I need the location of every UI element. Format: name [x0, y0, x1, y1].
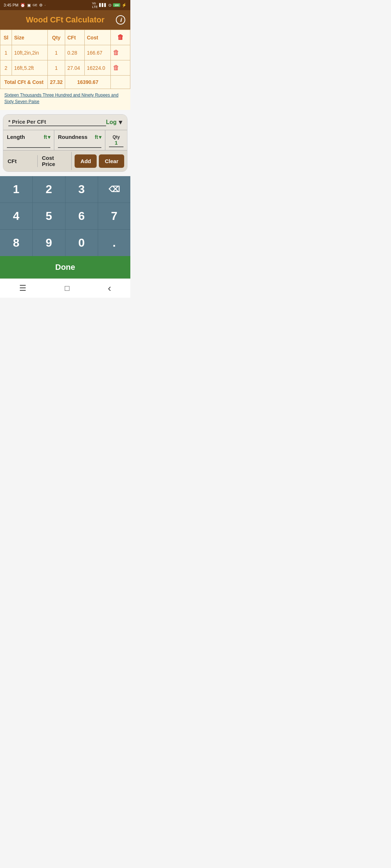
qty-value: 1: [115, 140, 118, 146]
action-buttons: Add Clear: [72, 153, 127, 169]
length-field[interactable]: Length ft ▾: [3, 130, 54, 150]
dimensions-row: Length ft ▾ Roundness ft ▾ Qty 1: [3, 130, 127, 150]
sim-icon: ▣: [27, 3, 31, 8]
total-cost: 16390.67: [65, 76, 111, 89]
roundness-input-line: [58, 141, 101, 148]
total-empty: [111, 76, 130, 89]
delete-row-button[interactable]: 🗑: [113, 64, 119, 72]
ge-icon: GE: [33, 3, 37, 7]
cft-cell[interactable]: CFt: [3, 155, 38, 167]
roundness-unit-arrow: ▾: [99, 134, 101, 140]
col-cft: CFt: [65, 30, 85, 45]
app-header: Wood CFt Calculator ℹ: [0, 10, 130, 30]
numpad-key-4[interactable]: 4: [0, 203, 33, 229]
qty-label: Qty: [113, 135, 120, 140]
nav-back-icon[interactable]: ‹: [108, 282, 111, 294]
numpad-key-5[interactable]: 5: [33, 203, 65, 229]
log-label: Log: [106, 119, 117, 125]
cell-cost: 16224.0: [85, 60, 111, 76]
table-row: 1 10ft,2in,2in 1 0.28 166.67 🗑: [0, 45, 130, 60]
total-cft: 27.32: [47, 76, 65, 89]
roundness-label: Roundness: [58, 134, 88, 140]
total-label: Total CFt & Cost: [0, 76, 48, 89]
table-header-row: Sl Size Qty CFt Cost 🗑: [0, 30, 130, 45]
numpad-key-6[interactable]: 6: [66, 203, 98, 229]
length-input-line: [7, 141, 50, 148]
settings-icon: ⚙: [39, 3, 43, 8]
input-section: * Price Per CFt Log ▾ Length ft ▾ Roundn…: [3, 114, 127, 172]
cell-qty: 1: [47, 60, 65, 76]
numpad-key-.[interactable]: .: [98, 230, 130, 256]
trash-icon: 🗑: [113, 64, 119, 72]
charging-icon: ⚡: [122, 3, 127, 8]
app-title: Wood CFt Calculator: [26, 15, 104, 25]
roundness-field[interactable]: Roundness ft ▾: [54, 130, 105, 150]
bars-icon: ▋▋▋: [99, 3, 107, 7]
numpad: 123⌫4567890.: [0, 176, 130, 256]
numpad-row: 890.: [0, 230, 130, 256]
cell-cft: 27.04: [65, 60, 85, 76]
cell-cft: 0.28: [65, 45, 85, 60]
col-delete: 🗑: [111, 30, 130, 45]
cell-size: 16ft,5.2ft: [12, 60, 48, 76]
roundness-unit-select[interactable]: ft ▾: [95, 134, 101, 140]
table-row: 2 16ft,5.2ft 1 27.04 16224.0 🗑: [0, 60, 130, 76]
numpad-key-0[interactable]: 0: [66, 230, 98, 256]
log-dropdown[interactable]: Log ▾: [106, 118, 122, 126]
numpad-key-7[interactable]: 7: [98, 203, 130, 229]
nav-bar: ☰ □ ‹: [0, 278, 130, 298]
price-label[interactable]: * Price Per CFt: [8, 119, 106, 126]
add-button[interactable]: Add: [75, 154, 97, 168]
qty-input-line: [109, 146, 123, 147]
cell-delete[interactable]: 🗑: [111, 60, 130, 76]
dropdown-arrow-icon: ▾: [119, 118, 122, 126]
time: 3:45 PM: [4, 3, 18, 7]
numpad-key-1[interactable]: 1: [0, 176, 33, 203]
price-row: * Price Per CFt Log ▾: [3, 115, 127, 130]
numpad-key-2[interactable]: 2: [33, 176, 65, 203]
dot-icon: ·: [45, 3, 46, 7]
col-size: Size: [12, 30, 48, 45]
col-cost: Cost: [85, 30, 111, 45]
cell-qty: 1: [47, 45, 65, 60]
cft-row: CFt Cost Price Add Clear: [3, 150, 127, 171]
trash-icon: 🗑: [113, 49, 119, 56]
wifi-icon: ⊙: [108, 3, 112, 8]
length-label: Length: [7, 134, 25, 140]
cell-size: 10ft,2in,2in: [12, 45, 48, 60]
numpad-row: 4567: [0, 203, 130, 230]
numpad-key-8[interactable]: 8: [0, 230, 33, 256]
col-qty: Qty: [47, 30, 65, 45]
cell-sl: 2: [0, 60, 12, 76]
clear-button[interactable]: Clear: [99, 154, 124, 168]
done-button[interactable]: Done: [0, 256, 130, 278]
numpad-row: 123⌫: [0, 176, 130, 203]
status-right: VoLTE ▋▋▋ ⊙ 100 ⚡: [92, 1, 127, 9]
backspace-key[interactable]: ⌫: [98, 176, 130, 203]
length-unit-arrow: ▾: [48, 134, 50, 140]
alarm-icon: ⏰: [20, 3, 25, 8]
info-button[interactable]: ℹ: [116, 15, 125, 25]
length-unit-select[interactable]: ft ▾: [44, 134, 50, 140]
cost-price-cell[interactable]: Cost Price: [38, 152, 72, 170]
delete-row-button[interactable]: 🗑: [113, 49, 119, 56]
delete-header-icon: 🗑: [117, 34, 124, 41]
table-section: Sl Size Qty CFt Cost 🗑 1 10ft,2in,2in 1 …: [0, 30, 130, 110]
total-row: Total CFt & Cost 27.32 16390.67: [0, 76, 130, 89]
qty-field[interactable]: Qty 1: [105, 131, 127, 149]
col-sl: Sl: [0, 30, 12, 45]
signal-icon: VoLTE: [92, 1, 98, 9]
nav-home-icon[interactable]: □: [65, 284, 70, 293]
data-table: Sl Size Qty CFt Cost 🗑 1 10ft,2in,2in 1 …: [0, 30, 130, 89]
cell-sl: 1: [0, 45, 12, 60]
cell-cost: 166.67: [85, 45, 111, 60]
numpad-key-3[interactable]: 3: [66, 176, 98, 203]
amount-words: Sixteen Thousands Three Hundred and Nine…: [0, 89, 130, 110]
battery-icon: 100: [113, 3, 120, 7]
status-bar: 3:45 PM ⏰ ▣ GE ⚙ · VoLTE ▋▋▋ ⊙ 100 ⚡: [0, 0, 130, 10]
status-left: 3:45 PM ⏰ ▣ GE ⚙ ·: [4, 3, 46, 8]
nav-menu-icon[interactable]: ☰: [19, 284, 26, 293]
cell-delete[interactable]: 🗑: [111, 45, 130, 60]
numpad-key-9[interactable]: 9: [33, 230, 65, 256]
